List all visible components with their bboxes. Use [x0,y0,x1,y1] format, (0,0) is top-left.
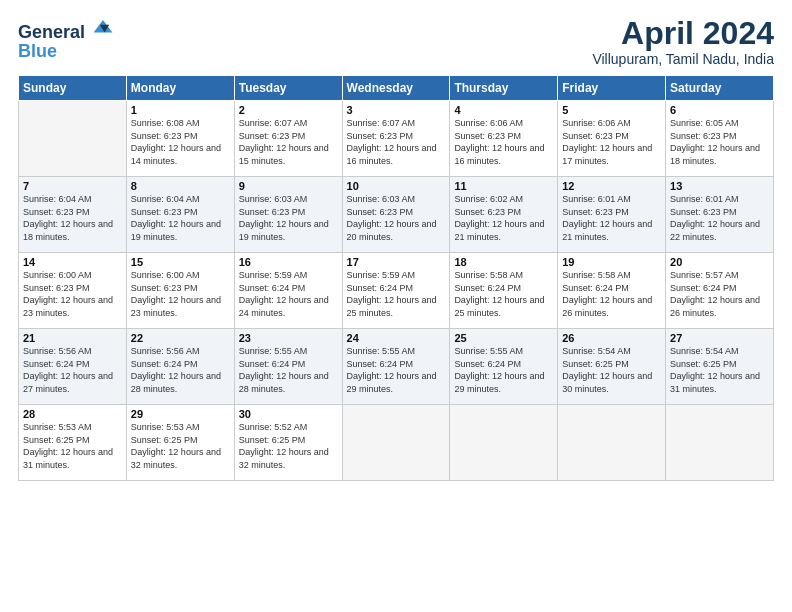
calendar-cell [342,405,450,481]
day-info: Sunrise: 6:03 AMSunset: 6:23 PMDaylight:… [239,193,338,243]
calendar-cell [666,405,774,481]
logo: General Blue [18,16,114,62]
calendar-cell [19,101,127,177]
calendar-cell: 16Sunrise: 5:59 AMSunset: 6:24 PMDayligh… [234,253,342,329]
day-info: Sunrise: 5:53 AMSunset: 6:25 PMDaylight:… [131,421,230,471]
day-info: Sunrise: 5:56 AMSunset: 6:24 PMDaylight:… [23,345,122,395]
day-number: 2 [239,104,338,116]
day-number: 13 [670,180,769,192]
day-number: 29 [131,408,230,420]
day-info: Sunrise: 5:59 AMSunset: 6:24 PMDaylight:… [347,269,446,319]
calendar-week-row: 21Sunrise: 5:56 AMSunset: 6:24 PMDayligh… [19,329,774,405]
calendar-cell: 24Sunrise: 5:55 AMSunset: 6:24 PMDayligh… [342,329,450,405]
day-info: Sunrise: 6:04 AMSunset: 6:23 PMDaylight:… [23,193,122,243]
day-info: Sunrise: 6:01 AMSunset: 6:23 PMDaylight:… [562,193,661,243]
day-number: 30 [239,408,338,420]
calendar-cell: 30Sunrise: 5:52 AMSunset: 6:25 PMDayligh… [234,405,342,481]
header-friday: Friday [558,76,666,101]
day-info: Sunrise: 6:01 AMSunset: 6:23 PMDaylight:… [670,193,769,243]
day-number: 4 [454,104,553,116]
month-title: April 2024 [592,16,774,51]
calendar-cell: 27Sunrise: 5:54 AMSunset: 6:25 PMDayligh… [666,329,774,405]
calendar-cell: 8Sunrise: 6:04 AMSunset: 6:23 PMDaylight… [126,177,234,253]
day-info: Sunrise: 5:54 AMSunset: 6:25 PMDaylight:… [670,345,769,395]
day-number: 14 [23,256,122,268]
day-number: 16 [239,256,338,268]
calendar-cell: 21Sunrise: 5:56 AMSunset: 6:24 PMDayligh… [19,329,127,405]
day-info: Sunrise: 5:57 AMSunset: 6:24 PMDaylight:… [670,269,769,319]
calendar-cell: 14Sunrise: 6:00 AMSunset: 6:23 PMDayligh… [19,253,127,329]
calendar-cell: 11Sunrise: 6:02 AMSunset: 6:23 PMDayligh… [450,177,558,253]
day-info: Sunrise: 6:06 AMSunset: 6:23 PMDaylight:… [562,117,661,167]
day-info: Sunrise: 5:55 AMSunset: 6:24 PMDaylight:… [239,345,338,395]
calendar-cell: 19Sunrise: 5:58 AMSunset: 6:24 PMDayligh… [558,253,666,329]
day-number: 26 [562,332,661,344]
calendar-cell: 17Sunrise: 5:59 AMSunset: 6:24 PMDayligh… [342,253,450,329]
calendar-cell: 25Sunrise: 5:55 AMSunset: 6:24 PMDayligh… [450,329,558,405]
day-number: 20 [670,256,769,268]
day-number: 25 [454,332,553,344]
header-monday: Monday [126,76,234,101]
day-info: Sunrise: 5:58 AMSunset: 6:24 PMDaylight:… [562,269,661,319]
logo-blue: Blue [18,41,114,62]
day-info: Sunrise: 6:02 AMSunset: 6:23 PMDaylight:… [454,193,553,243]
day-info: Sunrise: 5:52 AMSunset: 6:25 PMDaylight:… [239,421,338,471]
day-number: 9 [239,180,338,192]
calendar-table: Sunday Monday Tuesday Wednesday Thursday… [18,75,774,481]
day-info: Sunrise: 5:59 AMSunset: 6:24 PMDaylight:… [239,269,338,319]
calendar-week-row: 1Sunrise: 6:08 AMSunset: 6:23 PMDaylight… [19,101,774,177]
day-info: Sunrise: 5:55 AMSunset: 6:24 PMDaylight:… [347,345,446,395]
calendar-cell: 4Sunrise: 6:06 AMSunset: 6:23 PMDaylight… [450,101,558,177]
calendar-cell: 5Sunrise: 6:06 AMSunset: 6:23 PMDaylight… [558,101,666,177]
page: General Blue April 2024 Villupuram, Tami… [0,0,792,612]
calendar-cell: 15Sunrise: 6:00 AMSunset: 6:23 PMDayligh… [126,253,234,329]
calendar-cell: 20Sunrise: 5:57 AMSunset: 6:24 PMDayligh… [666,253,774,329]
day-number: 23 [239,332,338,344]
logo-icon [92,16,114,38]
calendar-header-row: Sunday Monday Tuesday Wednesday Thursday… [19,76,774,101]
day-info: Sunrise: 6:00 AMSunset: 6:23 PMDaylight:… [131,269,230,319]
header-saturday: Saturday [666,76,774,101]
calendar-cell: 28Sunrise: 5:53 AMSunset: 6:25 PMDayligh… [19,405,127,481]
day-number: 11 [454,180,553,192]
day-number: 10 [347,180,446,192]
day-info: Sunrise: 6:00 AMSunset: 6:23 PMDaylight:… [23,269,122,319]
calendar-cell: 12Sunrise: 6:01 AMSunset: 6:23 PMDayligh… [558,177,666,253]
header-thursday: Thursday [450,76,558,101]
day-number: 24 [347,332,446,344]
calendar-cell: 1Sunrise: 6:08 AMSunset: 6:23 PMDaylight… [126,101,234,177]
day-info: Sunrise: 5:54 AMSunset: 6:25 PMDaylight:… [562,345,661,395]
day-number: 3 [347,104,446,116]
day-number: 5 [562,104,661,116]
calendar-week-row: 28Sunrise: 5:53 AMSunset: 6:25 PMDayligh… [19,405,774,481]
calendar-cell: 13Sunrise: 6:01 AMSunset: 6:23 PMDayligh… [666,177,774,253]
day-number: 15 [131,256,230,268]
calendar-cell: 29Sunrise: 5:53 AMSunset: 6:25 PMDayligh… [126,405,234,481]
day-number: 17 [347,256,446,268]
calendar-cell: 18Sunrise: 5:58 AMSunset: 6:24 PMDayligh… [450,253,558,329]
day-info: Sunrise: 6:08 AMSunset: 6:23 PMDaylight:… [131,117,230,167]
day-info: Sunrise: 6:05 AMSunset: 6:23 PMDaylight:… [670,117,769,167]
calendar-cell: 9Sunrise: 6:03 AMSunset: 6:23 PMDaylight… [234,177,342,253]
day-info: Sunrise: 6:06 AMSunset: 6:23 PMDaylight:… [454,117,553,167]
day-number: 6 [670,104,769,116]
logo-text: General [18,16,114,43]
calendar-week-row: 14Sunrise: 6:00 AMSunset: 6:23 PMDayligh… [19,253,774,329]
header-tuesday: Tuesday [234,76,342,101]
calendar-cell: 6Sunrise: 6:05 AMSunset: 6:23 PMDaylight… [666,101,774,177]
calendar-cell: 10Sunrise: 6:03 AMSunset: 6:23 PMDayligh… [342,177,450,253]
calendar-cell: 3Sunrise: 6:07 AMSunset: 6:23 PMDaylight… [342,101,450,177]
day-info: Sunrise: 6:03 AMSunset: 6:23 PMDaylight:… [347,193,446,243]
header-sunday: Sunday [19,76,127,101]
header-wednesday: Wednesday [342,76,450,101]
day-info: Sunrise: 5:55 AMSunset: 6:24 PMDaylight:… [454,345,553,395]
calendar-cell: 7Sunrise: 6:04 AMSunset: 6:23 PMDaylight… [19,177,127,253]
calendar-cell [558,405,666,481]
day-number: 12 [562,180,661,192]
day-info: Sunrise: 5:53 AMSunset: 6:25 PMDaylight:… [23,421,122,471]
title-block: April 2024 Villupuram, Tamil Nadu, India [592,16,774,67]
day-info: Sunrise: 5:58 AMSunset: 6:24 PMDaylight:… [454,269,553,319]
day-info: Sunrise: 5:56 AMSunset: 6:24 PMDaylight:… [131,345,230,395]
day-number: 27 [670,332,769,344]
day-number: 8 [131,180,230,192]
